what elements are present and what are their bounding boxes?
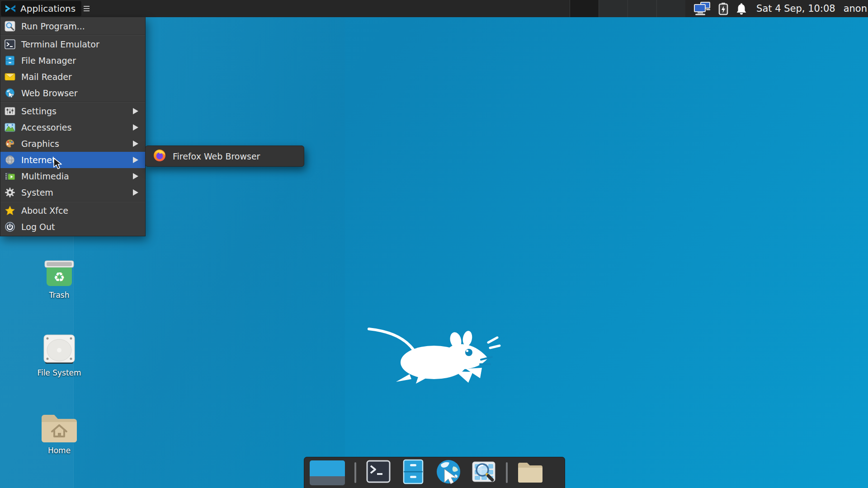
trash-icon: ♻ [44, 260, 74, 287]
menu-item-label: File Manager [21, 56, 142, 66]
menu-item-label: Internet [21, 155, 127, 165]
web-browser-icon [5, 88, 15, 99]
workspace-3[interactable] [627, 0, 656, 17]
xfce-mouse-logo [367, 324, 503, 384]
menu-item-label: System [21, 188, 127, 197]
logout-icon [5, 221, 15, 232]
menu-item-label: About Xfce [21, 206, 142, 216]
workspace-1[interactable] [570, 0, 599, 17]
dock-panel [304, 457, 565, 488]
menu-item-file-manager[interactable]: File Manager [0, 52, 145, 69]
desktop-icon-home[interactable]: Home [25, 409, 93, 455]
desktop-icon-file-system[interactable]: File System [25, 334, 93, 377]
dock-terminal-button[interactable] [366, 459, 391, 486]
applications-label: Applications [20, 3, 75, 14]
submenu-arrow-icon [133, 108, 138, 114]
desktop-pager[interactable] [310, 460, 345, 485]
menu-item-label: Run Program... [21, 21, 142, 31]
menu-item-mail-reader[interactable]: Mail Reader [0, 69, 145, 85]
svg-text:♻: ♻ [53, 270, 65, 285]
display-icon[interactable] [693, 1, 711, 16]
submenu-arrow-icon [133, 157, 138, 163]
dock-file-manager-button[interactable] [401, 459, 426, 486]
submenu-arrow-icon [133, 124, 138, 131]
dock-app-finder-button[interactable] [471, 459, 496, 486]
menu-item-label: Graphics [21, 139, 127, 149]
internet-globe-icon [5, 155, 15, 165]
menu-item-label: Multimedia [21, 171, 127, 181]
menu-item-system[interactable]: System [0, 184, 145, 201]
mail-icon [5, 71, 15, 82]
applications-menu: Run Program... Terminal Emulator File Ma… [0, 17, 146, 236]
settings-icon [5, 106, 15, 117]
graphics-icon [5, 138, 15, 149]
workspace-4[interactable] [656, 0, 685, 17]
menu-item-run-program[interactable]: Run Program... [0, 18, 145, 34]
menu-item-internet[interactable]: Internet [0, 152, 145, 168]
application-finder-icon [471, 459, 496, 484]
panel-clock[interactable]: Sat 4 Sep, 10:08 [756, 3, 835, 14]
menu-item-multimedia[interactable]: Multimedia [0, 168, 145, 184]
menu-item-label: Accessories [21, 122, 127, 132]
menu-item-web-browser[interactable]: Web Browser [0, 85, 145, 101]
internet-submenu: Firefox Web Browser [145, 145, 304, 167]
top-panel: Applications [0, 0, 868, 17]
file-folder-icon [517, 460, 543, 483]
menu-item-log-out[interactable]: Log Out [0, 219, 145, 235]
desktop-icon-label: Home [48, 446, 71, 455]
submenu-arrow-icon [133, 173, 138, 179]
menu-item-settings[interactable]: Settings [0, 103, 145, 119]
menu-item-accessories[interactable]: Accessories [0, 119, 145, 136]
desktop-icon-trash[interactable]: ♻ Trash [25, 260, 93, 300]
multimedia-icon [5, 171, 15, 182]
xfce-logo-icon [5, 3, 16, 14]
menu-separator [0, 102, 145, 103]
file-manager-icon [401, 459, 426, 484]
menu-item-about-xfce[interactable]: About Xfce [0, 202, 145, 219]
menu-item-graphics[interactable]: Graphics [0, 136, 145, 152]
workspace-switcher[interactable] [570, 0, 685, 17]
submenu-arrow-icon [133, 189, 138, 196]
home-folder-icon [40, 409, 79, 443]
submenu-item-label[interactable]: Firefox Web Browser [173, 151, 260, 161]
menu-item-terminal-emulator[interactable]: Terminal Emulator [0, 36, 145, 52]
menu-item-label: Log Out [21, 222, 142, 232]
workspace-2[interactable] [599, 0, 627, 17]
dock-web-browser-button[interactable] [435, 459, 462, 486]
star-icon [5, 205, 15, 216]
menu-item-label: Mail Reader [21, 72, 142, 82]
menu-item-label: Terminal Emulator [21, 39, 142, 49]
file-manager-icon [5, 55, 15, 66]
panel-handle-icon[interactable] [84, 6, 90, 11]
menu-item-label: Settings [21, 106, 127, 116]
desktop-icon-label: Trash [49, 291, 70, 300]
menu-separator [0, 35, 145, 36]
notification-bell-icon[interactable] [736, 3, 747, 15]
hard-drive-icon [43, 334, 75, 365]
battery-icon[interactable] [718, 2, 729, 15]
menu-separator [0, 201, 145, 202]
desktop-icon-label: File System [37, 368, 81, 377]
mouse-cursor [53, 158, 65, 170]
menu-item-label: Web Browser [21, 88, 142, 98]
submenu-arrow-icon [133, 141, 138, 147]
web-browser-icon [435, 459, 462, 484]
panel-username[interactable]: anon [844, 3, 868, 14]
terminal-icon [5, 39, 15, 50]
terminal-icon [366, 459, 391, 484]
dock-folder-button[interactable] [517, 460, 543, 485]
applications-menu-button[interactable]: Applications [1, 1, 81, 16]
system-gear-icon [5, 187, 15, 198]
firefox-icon [153, 149, 166, 164]
run-program-icon [5, 21, 15, 32]
accessories-icon [5, 122, 15, 133]
dock-separator [354, 462, 356, 483]
dock-separator [506, 462, 508, 483]
